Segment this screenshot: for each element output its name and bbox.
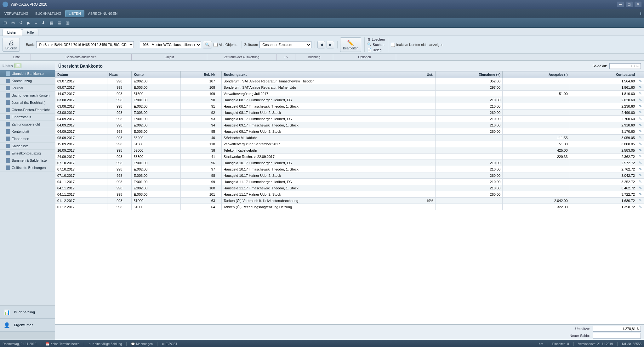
table-cell-r11-c3: 38 xyxy=(180,147,217,154)
toolbar-btn-play[interactable]: ▶ xyxy=(26,20,32,26)
table-row[interactable]: 04.09.2017998E:003.0095Hausgeld 09.17 Ha… xyxy=(55,128,644,135)
table-cell-r6-c10[interactable]: ✎ xyxy=(637,116,644,122)
table-row[interactable]: 14.07.201799851500109Verwaltervergütung … xyxy=(55,91,644,97)
excel-button[interactable]: 📊 xyxy=(14,63,21,68)
inaktiv-checkbox[interactable] xyxy=(391,43,395,47)
sidebar-bottom-eigentuemer[interactable]: 👤 Eigentümer xyxy=(0,319,55,332)
table-cell-r14-c10[interactable]: ✎ xyxy=(637,166,644,172)
table-row[interactable]: 01.12.20179985100063Tanken (Öl) Verbrauc… xyxy=(55,198,644,204)
table-row[interactable]: 04.09.2017998E:002.0094Hausgeld 09.17 Ti… xyxy=(55,122,644,128)
table-cell-r16-c10[interactable]: ✎ xyxy=(637,179,644,185)
table-row[interactable]: 04.09.2017998E:001.0093Hausgeld 09.17 Hu… xyxy=(55,116,644,122)
table-row[interactable]: 03.08.2017998E:001.0090Hausgeld 08.17 Hu… xyxy=(55,97,644,103)
table-row[interactable]: 04.11.2017998E:002.00100Hausgeld 11.17 T… xyxy=(55,185,644,191)
sidebar-item-journal[interactable]: Journal xyxy=(0,85,55,92)
toolbar-btn-list[interactable]: ≡ xyxy=(33,20,39,26)
toolbar-btn-down[interactable]: ⬇ xyxy=(40,20,47,26)
table-cell-r0-c10[interactable]: ✎ xyxy=(637,78,644,84)
sidebar-bottom-buchhaltung[interactable]: 📊 Buchhaltung xyxy=(0,306,55,319)
zeitraum-select[interactable]: Gesamter Zeitraum xyxy=(259,41,311,48)
toolbar-btn-chart[interactable]: ▥ xyxy=(64,20,71,26)
table-cell-r12-c10[interactable]: ✎ xyxy=(637,154,644,160)
table-cell-r4-c10[interactable]: ✎ xyxy=(637,103,644,109)
drucken-button[interactable]: 🖨 Drucken xyxy=(3,38,20,52)
table-cell-r3-c10[interactable]: ✎ xyxy=(637,97,644,103)
table-cell-r8-c10[interactable]: ✎ xyxy=(637,128,644,135)
prev-button[interactable]: ◀ xyxy=(317,41,325,48)
window-controls[interactable]: ─ □ ✕ xyxy=(617,2,641,7)
next-button[interactable]: ▶ xyxy=(327,41,334,48)
table-row[interactable]: 09.07.2017998E:003.00108Sonderuml. SAT A… xyxy=(55,84,644,91)
table-cell-r5-c10[interactable]: ✎ xyxy=(637,109,644,116)
beleg-button[interactable]: 📄Beleg xyxy=(367,48,385,52)
table-cell-r19-c10[interactable]: ✎ xyxy=(637,198,644,204)
table-cell-r10-c10[interactable]: ✎ xyxy=(637,141,644,147)
sidebar-item-buchungen-nach-konten[interactable]: Buchungen nach Konten xyxy=(0,92,55,99)
objekt-select[interactable]: 998 - Muster-WEG Haus, Lilienallee ... xyxy=(140,41,201,48)
table-cell-r2-c10[interactable]: ✎ xyxy=(637,91,644,97)
table-row[interactable]: 15.09.201799851500110Verwaltervergütung … xyxy=(55,141,644,147)
table-row[interactable]: 08.09.20179985320040Städtische Müllabfuh… xyxy=(55,135,644,141)
toolbar-btn-grid2[interactable]: ▦ xyxy=(48,20,55,26)
menu-item-verwaltung[interactable]: VERWALTUNG xyxy=(1,10,31,17)
table-row[interactable]: 07.10.2017998E:001.0096Hausgeld 10.17 Hu… xyxy=(55,160,644,166)
toolbar-btn-table[interactable]: ▤ xyxy=(56,20,63,26)
table-container[interactable]: Datum Haus Konto Bel.-Nr Buchungstext Us… xyxy=(55,71,644,324)
table-row[interactable]: 04.11.2017998E:001.0099Hausgeld 11.17 Hu… xyxy=(55,179,644,185)
toolbar-btn-mail[interactable]: ✉ xyxy=(10,20,16,26)
tab-listen[interactable]: Listen xyxy=(3,29,22,36)
sidebar-item-journal--ist-buchhalt--[interactable]: Journal (Ist-Buchhalt.) xyxy=(0,99,55,106)
sidebar-item-summen---saldenliste[interactable]: Summen & Saldenliste xyxy=(0,157,55,164)
saldo-alt-input[interactable] xyxy=(609,63,641,69)
table-row[interactable]: 01.12.20179985100064Tanken (Öl) Rechnung… xyxy=(55,204,644,210)
close-button[interactable]: ✕ xyxy=(635,2,641,7)
neuer-saldo-value[interactable] xyxy=(593,333,641,339)
table-cell-r17-c10[interactable]: ✎ xyxy=(637,185,644,191)
table-row[interactable]: 24.09.20179985330041Stadtwerke Rechn. v.… xyxy=(55,154,644,160)
tab-hilfe[interactable]: Hilfe xyxy=(22,29,38,36)
sidebar-item-einnahmen[interactable]: Einnahmen xyxy=(0,135,55,143)
table-row[interactable]: 16.09.20179985200038Telekom Kabelgebühr4… xyxy=(55,147,644,154)
table-cell-r20-c10[interactable]: ✎ xyxy=(637,204,644,210)
table-cell-r18-c10[interactable]: ✎ xyxy=(637,191,644,198)
table-row[interactable]: 03.08.2017998E:002.0091Hausgeld 08.17 Ti… xyxy=(55,103,644,109)
sidebar-item-kontenblatt[interactable]: Kontenblatt xyxy=(0,128,55,135)
maximize-button[interactable]: □ xyxy=(626,2,633,7)
bank-select[interactable]: RaiBa -> IBAN: DE64 7016 9465 0012 3456 … xyxy=(36,41,134,48)
table-cell-r13-c10[interactable]: ✎ xyxy=(637,160,644,166)
sidebar-item-offene-posten--bersicht[interactable]: Offene-Posten-Übersicht xyxy=(0,106,55,114)
table-cell-r7-c10[interactable]: ✎ xyxy=(637,122,644,128)
sidebar-item-finanzstatus[interactable]: Finanzstatus xyxy=(0,114,55,121)
loeschen-button[interactable]: 🗑Löschen xyxy=(367,37,385,41)
sidebar-item-einzelkontoauszug[interactable]: Einzelkontoauszug xyxy=(0,150,55,157)
table-cell-r15-c10[interactable]: ✎ xyxy=(637,172,644,179)
table-cell-r7-c9: 2.910.60 xyxy=(570,122,637,128)
sidebar-item--bersicht-bankkonto[interactable]: Übersicht Bankkonto xyxy=(0,70,55,77)
umsaetze-value[interactable] xyxy=(593,326,641,332)
table-cell-r15-c9: 3.042.72 xyxy=(570,172,637,179)
table-cell-r10-c6 xyxy=(405,141,435,147)
menu-item-listen[interactable]: LISTEN xyxy=(65,10,84,17)
sidebar-item-kontoauszug[interactable]: Kontoauszug xyxy=(0,77,55,85)
objekt-search-button[interactable]: 🔍 xyxy=(203,41,212,48)
table-row[interactable]: 09.07.2017998E:002.00107Sonderuml. SAT A… xyxy=(55,78,644,84)
table-cell-r1-c5: Sonderuml. SAT Anlage Reparatur, Hafner … xyxy=(221,84,405,91)
sidebar-item-saldenliste[interactable]: Saldenliste xyxy=(0,143,55,150)
table-cell-r9-c10[interactable]: ✎ xyxy=(637,135,644,141)
sidebar-item-zahlungs-bersicht[interactable]: Zahlungsübersicht xyxy=(0,121,55,128)
table-cell-r11-c10[interactable]: ✎ xyxy=(637,147,644,154)
table-row[interactable]: 04.11.2017998E:003.00101Hausgeld 11.17 H… xyxy=(55,191,644,198)
toolbar-btn-refresh[interactable]: ↺ xyxy=(18,20,24,26)
table-row[interactable]: 07.10.2017998E:003.0098Hausgeld 10.17 Ha… xyxy=(55,172,644,179)
suchen-button[interactable]: 🔍Suchen xyxy=(367,42,385,47)
menu-item-buchhaltung[interactable]: BUCHHALTUNG xyxy=(32,10,65,17)
table-cell-r1-c10[interactable]: ✎ xyxy=(637,84,644,91)
table-row[interactable]: 07.10.2017998E:002.0097Hausgeld 10.17 Ti… xyxy=(55,166,644,172)
minimize-button[interactable]: ─ xyxy=(617,2,624,7)
bearbeiten-button[interactable]: ✏️ Bearbeiten xyxy=(340,37,361,52)
menu-item-abrechnungen[interactable]: ABRECHNUNGEN xyxy=(85,10,121,17)
table-row[interactable]: 03.08.2017998E:003.0092Hausgeld 08.17 Ha… xyxy=(55,109,644,116)
alle-objekte-checkbox[interactable] xyxy=(214,43,218,47)
sidebar-item-gel-schte-buchungen[interactable]: Gelöschte Buchungen xyxy=(0,164,55,171)
toolbar-btn-grid[interactable]: ⊞ xyxy=(2,20,9,26)
